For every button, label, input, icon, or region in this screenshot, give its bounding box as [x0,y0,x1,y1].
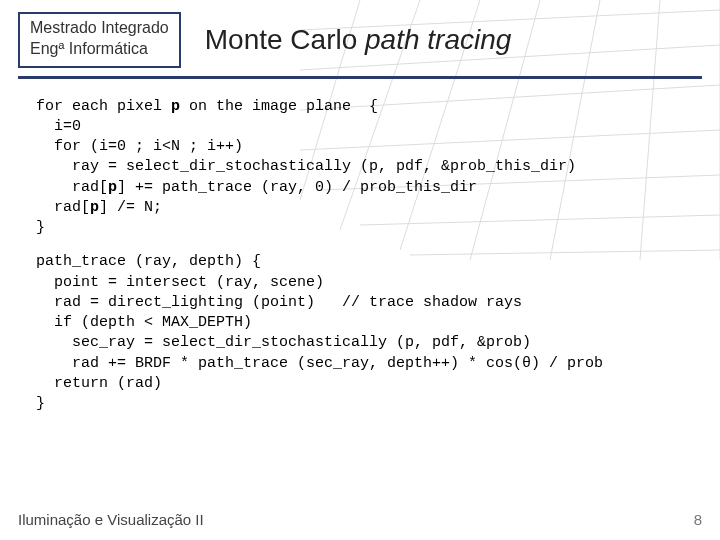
title-part2: path tracing [365,24,511,55]
slide-title: Monte Carlo path tracing [205,24,512,56]
badge-line1: Mestrado Integrado [30,18,169,39]
page-number: 8 [694,511,702,528]
slide-header: Mestrado Integrado Engª Informática Mont… [0,0,720,68]
code-block-2: path_trace (ray, depth) { point = inters… [0,238,720,414]
badge-line2: Engª Informática [30,39,169,60]
program-badge: Mestrado Integrado Engª Informática [18,12,181,68]
slide-footer: Iluminação e Visualização II 8 [18,511,702,528]
code-block-1: for each pixel p on the image plane { i=… [0,79,720,239]
footer-text: Iluminação e Visualização II [18,511,204,528]
title-part1: Monte Carlo [205,24,365,55]
